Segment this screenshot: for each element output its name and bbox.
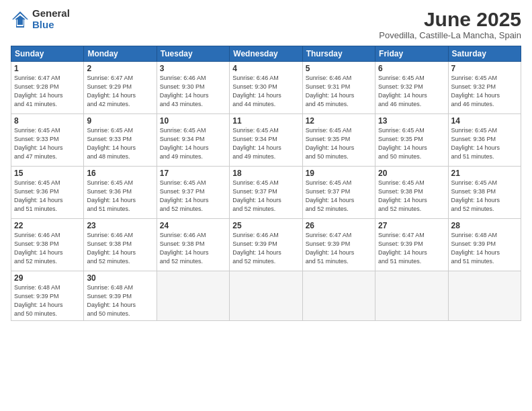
logo-icon	[11, 10, 30, 29]
table-row: 19Sunrise: 6:45 AMSunset: 9:37 PMDayligh…	[302, 167, 375, 219]
col-saturday: Saturday	[448, 46, 521, 62]
title-block: June 2025 Povedilla, Castille-La Mancha,…	[379, 8, 521, 40]
table-row: 13Sunrise: 6:45 AMSunset: 9:35 PMDayligh…	[375, 114, 448, 167]
table-row: 24Sunrise: 6:46 AMSunset: 9:38 PMDayligh…	[157, 219, 229, 271]
col-monday: Monday	[84, 46, 157, 62]
table-row	[375, 271, 448, 321]
table-row: 16Sunrise: 6:45 AMSunset: 9:36 PMDayligh…	[84, 167, 157, 219]
table-row: 8Sunrise: 6:45 AMSunset: 9:33 PMDaylight…	[11, 114, 84, 167]
table-row: 29Sunrise: 6:48 AMSunset: 9:39 PMDayligh…	[11, 271, 84, 321]
table-row: 4Sunrise: 6:46 AMSunset: 9:30 PMDaylight…	[230, 62, 302, 114]
week-row: 29Sunrise: 6:48 AMSunset: 9:39 PMDayligh…	[11, 271, 521, 321]
table-row: 27Sunrise: 6:47 AMSunset: 9:39 PMDayligh…	[375, 219, 448, 271]
table-row: 12Sunrise: 6:45 AMSunset: 9:35 PMDayligh…	[302, 114, 375, 167]
header-row: Sunday Monday Tuesday Wednesday Thursday…	[11, 46, 521, 62]
table-row: 18Sunrise: 6:45 AMSunset: 9:37 PMDayligh…	[230, 167, 302, 219]
week-row: 8Sunrise: 6:45 AMSunset: 9:33 PMDaylight…	[11, 114, 521, 167]
table-row	[157, 271, 229, 321]
table-row	[448, 271, 521, 321]
col-wednesday: Wednesday	[230, 46, 302, 62]
table-row: 5Sunrise: 6:46 AMSunset: 9:31 PMDaylight…	[302, 62, 375, 114]
header: General Blue June 2025 Povedilla, Castil…	[11, 8, 521, 40]
logo: General Blue	[11, 8, 70, 30]
table-row	[302, 271, 375, 321]
col-friday: Friday	[375, 46, 448, 62]
table-row: 6Sunrise: 6:45 AMSunset: 9:32 PMDaylight…	[375, 62, 448, 114]
week-row: 22Sunrise: 6:46 AMSunset: 9:38 PMDayligh…	[11, 219, 521, 271]
logo-blue: Blue	[32, 19, 70, 31]
page: General Blue June 2025 Povedilla, Castil…	[0, 0, 532, 411]
calendar-subtitle: Povedilla, Castille-La Mancha, Spain	[379, 30, 521, 40]
table-row: 10Sunrise: 6:45 AMSunset: 9:34 PMDayligh…	[157, 114, 229, 167]
table-row: 1Sunrise: 6:47 AMSunset: 9:28 PMDaylight…	[11, 62, 84, 114]
logo-general: General	[32, 8, 70, 19]
calendar-title: June 2025	[379, 8, 521, 30]
table-row: 20Sunrise: 6:45 AMSunset: 9:38 PMDayligh…	[375, 167, 448, 219]
table-row: 15Sunrise: 6:45 AMSunset: 9:36 PMDayligh…	[11, 167, 84, 219]
table-row: 23Sunrise: 6:46 AMSunset: 9:38 PMDayligh…	[84, 219, 157, 271]
table-row: 3Sunrise: 6:46 AMSunset: 9:30 PMDaylight…	[157, 62, 229, 114]
table-row: 14Sunrise: 6:45 AMSunset: 9:36 PMDayligh…	[448, 114, 521, 167]
table-row: 9Sunrise: 6:45 AMSunset: 9:33 PMDaylight…	[84, 114, 157, 167]
table-row	[230, 271, 302, 321]
table-row: 22Sunrise: 6:46 AMSunset: 9:38 PMDayligh…	[11, 219, 84, 271]
table-row: 2Sunrise: 6:47 AMSunset: 9:29 PMDaylight…	[84, 62, 157, 114]
calendar-table: Sunday Monday Tuesday Wednesday Thursday…	[11, 46, 521, 321]
table-row: 21Sunrise: 6:45 AMSunset: 9:38 PMDayligh…	[448, 167, 521, 219]
table-row: 28Sunrise: 6:48 AMSunset: 9:39 PMDayligh…	[448, 219, 521, 271]
col-thursday: Thursday	[302, 46, 375, 62]
table-row: 17Sunrise: 6:45 AMSunset: 9:37 PMDayligh…	[157, 167, 229, 219]
col-sunday: Sunday	[11, 46, 84, 62]
table-row: 26Sunrise: 6:47 AMSunset: 9:39 PMDayligh…	[302, 219, 375, 271]
col-tuesday: Tuesday	[157, 46, 229, 62]
week-row: 1Sunrise: 6:47 AMSunset: 9:28 PMDaylight…	[11, 62, 521, 114]
week-row: 15Sunrise: 6:45 AMSunset: 9:36 PMDayligh…	[11, 167, 521, 219]
table-row: 30Sunrise: 6:48 AMSunset: 9:39 PMDayligh…	[84, 271, 157, 321]
logo-text: General Blue	[32, 8, 70, 30]
table-row: 7Sunrise: 6:45 AMSunset: 9:32 PMDaylight…	[448, 62, 521, 114]
table-row: 25Sunrise: 6:46 AMSunset: 9:39 PMDayligh…	[230, 219, 302, 271]
table-row: 11Sunrise: 6:45 AMSunset: 9:34 PMDayligh…	[230, 114, 302, 167]
